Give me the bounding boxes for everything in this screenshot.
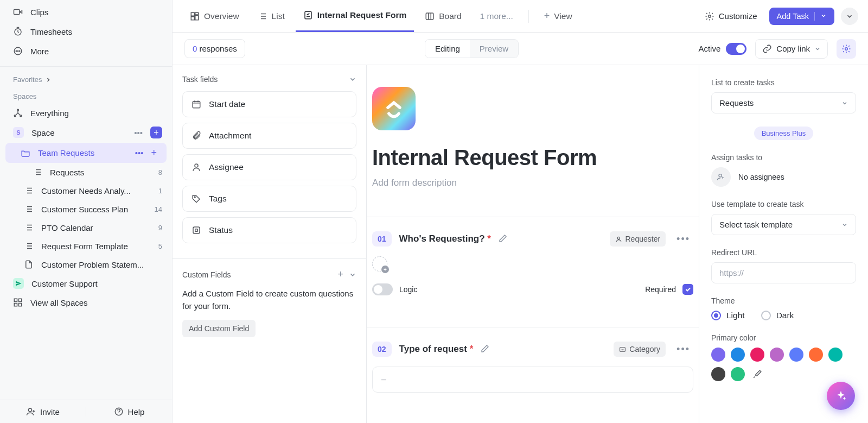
question-more[interactable]: ••• (673, 344, 693, 355)
color-swatch[interactable] (731, 367, 745, 381)
form-title[interactable]: Internal Request Form (372, 146, 693, 170)
list-icon (24, 223, 34, 232)
person-icon (192, 162, 201, 172)
tab-more[interactable]: 1 more... (473, 0, 521, 32)
more-button[interactable] (841, 8, 858, 25)
tab-list[interactable]: List (250, 0, 292, 32)
field-assignee[interactable]: Assignee (182, 154, 356, 180)
sidebar-item-team-requests[interactable]: Team Requests ••• + (5, 143, 167, 163)
assign-selector[interactable]: No assignees (711, 167, 856, 187)
form-description[interactable]: Add form description (372, 178, 693, 188)
field-status[interactable]: Status (182, 217, 356, 243)
favorites-section[interactable]: Favorites (0, 70, 172, 87)
list-select[interactable]: Requests (711, 92, 856, 113)
redirect-input[interactable]: https:// (711, 262, 856, 283)
svg-point-3 (16, 50, 17, 52)
responses-pill[interactable]: 0 responses (184, 39, 245, 58)
chevron-down-icon (349, 75, 356, 83)
color-picker-icon[interactable] (750, 367, 764, 381)
field-start-date[interactable]: Start date (182, 91, 356, 117)
person-icon (615, 236, 622, 243)
network-icon (13, 108, 23, 118)
theme-label: Theme (711, 296, 856, 305)
color-swatch[interactable] (789, 348, 803, 362)
invite-button[interactable]: Invite (0, 407, 86, 416)
edit-icon[interactable] (481, 344, 489, 355)
sidebar-item-more[interactable]: More (0, 41, 172, 61)
required-checkbox[interactable] (682, 284, 693, 295)
question-title[interactable]: Type of request * (399, 344, 474, 355)
question-field-tag[interactable]: Requester (610, 231, 666, 247)
sidebar-item-requests[interactable]: Requests 8 (0, 163, 172, 181)
field-tags[interactable]: Tags (182, 186, 356, 212)
sidebar-item-list[interactable]: Customer Success Plan 14 (0, 200, 172, 218)
chevron-down-icon (841, 222, 848, 228)
chevron-down-icon (846, 12, 853, 20)
sidebar-item-clips[interactable]: Clips (0, 2, 172, 22)
add-button[interactable]: + (150, 127, 162, 138)
fields-panel: Task fields Start date Attachment Assign… (173, 65, 367, 423)
add-icon[interactable]: + (151, 147, 157, 159)
sidebar-item-view-all-spaces[interactable]: View all Spaces (0, 293, 172, 312)
form-toolbar: 0 responses Editing Preview Active Copy … (173, 33, 868, 65)
theme-dark-radio[interactable]: Dark (761, 311, 794, 320)
sidebar-item-list[interactable]: Request Form Template 5 (0, 237, 172, 255)
timer-icon (13, 27, 23, 36)
user-plus-icon (26, 407, 36, 416)
custom-fields-header[interactable]: Custom Fields + (182, 269, 356, 280)
color-swatch[interactable] (750, 348, 764, 362)
settings-button[interactable] (837, 39, 856, 59)
svg-point-22 (845, 47, 848, 50)
template-select[interactable]: Select task template (711, 214, 856, 235)
logic-toggle[interactable] (372, 283, 393, 295)
required-star: * (470, 344, 474, 354)
color-swatch[interactable] (711, 367, 725, 381)
sidebar-item-list[interactable]: PTO Calendar 9 (0, 218, 172, 237)
assignee-placeholder[interactable] (372, 256, 387, 272)
sidebar-item-list[interactable]: Customer Needs Analy... 1 (0, 181, 172, 200)
plus-icon[interactable]: + (337, 269, 343, 280)
segment-editing[interactable]: Editing (425, 40, 470, 58)
help-button[interactable]: Help (86, 407, 172, 416)
task-fields-header[interactable]: Task fields (182, 75, 356, 84)
form-logo[interactable] (372, 87, 416, 130)
ellipsis-icon[interactable]: ••• (134, 128, 143, 137)
tab-board[interactable]: Board (417, 0, 469, 32)
color-swatch[interactable] (731, 348, 745, 362)
primary-color-label: Primary color (711, 333, 856, 342)
sidebar-item-space[interactable]: S Space ••• + (0, 122, 172, 143)
color-swatch[interactable] (828, 348, 843, 362)
question-field-tag[interactable]: Category (614, 342, 666, 357)
svg-rect-23 (193, 102, 200, 108)
color-swatch[interactable] (770, 348, 784, 362)
theme-light-radio[interactable]: Light (711, 311, 745, 320)
sparkle-icon (835, 390, 847, 402)
ellipsis-icon[interactable]: ••• (135, 148, 144, 157)
sidebar-item-customer-support[interactable]: Customer Support (0, 274, 172, 293)
field-attachment[interactable]: Attachment (182, 123, 356, 149)
color-swatches (711, 348, 856, 381)
question-more[interactable]: ••• (673, 233, 693, 245)
add-view-button[interactable]: + View (537, 0, 580, 32)
segment-preview[interactable]: Preview (470, 40, 518, 58)
question-input[interactable]: – (372, 367, 693, 393)
customize-button[interactable]: Customize (699, 8, 763, 24)
sidebar-item-list[interactable]: Customer Problem Statem... (0, 255, 172, 274)
tab-overview[interactable]: Overview (182, 0, 247, 32)
add-task-button[interactable]: Add Task (769, 8, 834, 25)
svg-rect-11 (14, 304, 17, 306)
active-toggle[interactable] (726, 43, 746, 55)
chevron-down-icon[interactable] (814, 12, 827, 21)
color-swatch[interactable] (809, 348, 823, 362)
tab-internal-request-form[interactable]: Internal Request Form (296, 0, 414, 32)
copy-link-button[interactable]: Copy link (755, 39, 828, 59)
ai-fab[interactable] (827, 382, 855, 410)
edit-icon[interactable] (499, 234, 507, 244)
sidebar-item-everything[interactable]: Everything (0, 104, 172, 122)
question-title[interactable]: Who's Requesting? * (399, 233, 491, 244)
color-swatch[interactable] (711, 348, 725, 362)
sidebar-item-timesheets[interactable]: Timesheets (0, 22, 172, 41)
add-custom-field-button[interactable]: Add Custom Field (182, 320, 256, 337)
chevron-down-icon[interactable] (349, 271, 356, 279)
sidebar-item-label: Clips (30, 8, 48, 17)
